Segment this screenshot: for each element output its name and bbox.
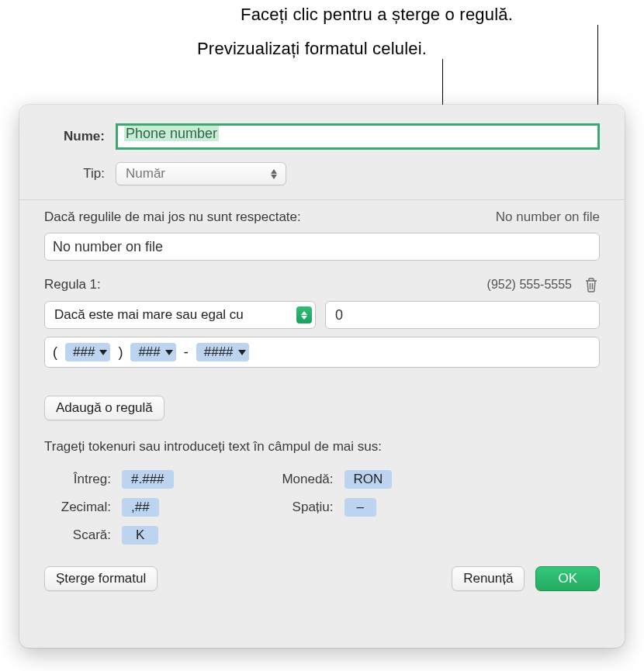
integer-token[interactable]: #.###	[122, 470, 174, 489]
add-rule-button[interactable]: Adaugă o regulă	[44, 396, 164, 420]
rule1-format-field[interactable]: ( ### ) ### - ####	[44, 337, 600, 368]
callout-delete-rule: Faceți clic pentru a șterge o regulă.	[241, 5, 513, 25]
rule1-threshold-field[interactable]: 0	[325, 301, 600, 329]
cancel-button[interactable]: Renunță	[452, 566, 525, 591]
literal-open-paren: (	[53, 344, 57, 361]
decimal-token[interactable]: ,##	[122, 498, 159, 517]
custom-format-dialog: Nume: Phone number Tip: Număr Dacă regul…	[19, 105, 625, 648]
format-token[interactable]: ####	[196, 343, 249, 361]
chevron-down-icon	[238, 350, 246, 355]
trash-icon[interactable]	[583, 276, 600, 293]
literal-close-paren: )	[118, 344, 123, 361]
space-token-label: Spațiu:	[251, 500, 345, 515]
type-select[interactable]: Număr	[116, 162, 286, 185]
literal-dash: -	[184, 344, 189, 361]
currency-token-label: Monedă:	[251, 472, 345, 487]
default-rule-heading: Dacă regulile de mai jos nu sunt respect…	[44, 209, 301, 225]
decimal-token-label: Zecimal:	[44, 500, 122, 515]
scale-token[interactable]: K	[122, 526, 158, 545]
rule1-heading: Regula 1:	[44, 277, 101, 292]
updown-icon	[267, 167, 281, 181]
format-token[interactable]: ###	[65, 343, 110, 361]
divider	[19, 199, 625, 200]
chevron-down-icon	[99, 350, 107, 355]
default-rule-preview: No number on file	[496, 209, 600, 225]
format-token[interactable]: ###	[130, 343, 175, 361]
name-input[interactable]: Phone number	[116, 123, 600, 150]
callout-preview-format: Previzualizați formatul celulei.	[197, 39, 427, 59]
type-label: Tip:	[44, 166, 116, 182]
scale-token-label: Scară:	[44, 527, 122, 543]
default-rule-value-field[interactable]: No number on file	[44, 233, 600, 261]
updown-icon	[296, 306, 312, 323]
space-token[interactable]: –	[345, 498, 376, 517]
integer-token-label: Întreg:	[44, 472, 122, 487]
rule1-condition-select[interactable]: Dacă este mai mare sau egal cu	[44, 301, 316, 329]
drag-help-text: Trageți tokenuri sau introduceți text în…	[44, 439, 600, 455]
type-select-value: Număr	[126, 166, 165, 182]
delete-format-button[interactable]: Șterge formatul	[44, 566, 158, 591]
rule1-preview: (952) 555-5555	[487, 278, 572, 292]
rule1-condition-value: Dacă este mai mare sau egal cu	[54, 307, 244, 323]
ok-button[interactable]: OK	[535, 566, 600, 591]
chevron-down-icon	[165, 350, 173, 355]
currency-token[interactable]: RON	[345, 470, 393, 489]
name-label: Nume:	[44, 129, 116, 144]
